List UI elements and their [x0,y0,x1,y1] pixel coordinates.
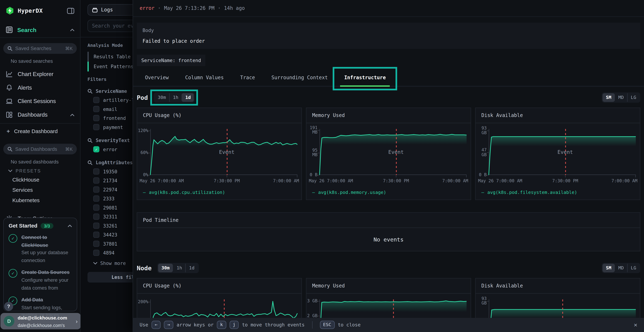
checkbox-icon [93,222,99,228]
chart-title: Memory Used [306,108,471,123]
collapse-sidebar-icon[interactable] [67,8,74,14]
close-icon[interactable]: × [634,321,638,328]
user-org: dale@clickhouse.com's [18,322,65,328]
show-more-button[interactable]: Show more [93,260,132,266]
filter-option[interactable]: 29081 [80,203,133,212]
search-page-icon [6,26,13,33]
help-button[interactable]: ? [4,302,13,311]
range-1h[interactable]: 1h [173,264,185,272]
size-lg[interactable]: LG [627,93,639,102]
tab-overview[interactable]: Overview [137,70,177,86]
user-menu[interactable]: D dale@clickhouse.com dale@clickhouse.co… [0,313,81,329]
range-30m[interactable]: 30m [158,264,173,272]
filter-option[interactable]: 33261 [80,221,133,230]
brand-row: HyperDX [0,0,80,18]
check-circle-icon: ✓ [8,269,17,278]
sidebar-item-search[interactable]: Search [0,22,80,38]
search-icon [88,160,92,165]
no-saved-dashboards-text: No saved dashboards [11,159,70,165]
search-icon [7,147,12,152]
size-sm[interactable]: SM [603,264,615,272]
saved-dashboards-placeholder: Saved Dashboards [15,146,62,152]
filter-option[interactable]: artillery-loadgen [80,96,133,104]
filter-option[interactable]: 37801 [80,240,133,248]
event-relative-time: 14h ago [224,5,245,11]
sidebar-item-label: Search [17,26,36,33]
keyboard-hints-bar: Use ← → arrow keys or k j to move throug… [133,318,644,332]
body-label: Body [142,28,634,33]
filter-option[interactable]: 22974 [80,185,133,194]
event-timestamp: May 26 7:13:26 PM [164,5,214,11]
less-filters-button[interactable]: Less filters [88,272,133,283]
mode-event-patterns[interactable]: Event Patterns [88,62,133,71]
saved-searches-input[interactable]: Saved Searches ⌘K [3,43,77,54]
saved-dashboards-input[interactable]: Saved Dashboards ⌘K [3,144,77,154]
tab-column-values[interactable]: Column Values [177,70,232,86]
chevron-right-icon: › [76,318,78,324]
range-1h[interactable]: 1h [169,93,182,102]
app-root: HyperDX Search Saved Searches ⌘K No save… [0,0,644,332]
pod-disk-chart-card: Disk Available 93 GB47 GB0 BEventMay 26 … [475,108,640,200]
shortcut-hint: ⌘K [65,46,73,51]
presets-toggle[interactable]: PRESETS [0,165,80,174]
event-header: error · May 26 7:13:26 PM · 14h ago [133,0,644,17]
filter-option-checked[interactable]: ✓error [80,145,133,154]
pod-cpu-chart: 120%60%0%EventMay 26 7:00:00 AM7:30:00 P… [150,129,297,175]
sidebar-item-alerts[interactable]: Alerts [0,81,80,94]
sidebar-item-clickhouse[interactable]: ClickHouse [0,174,80,185]
chevron-up-icon[interactable] [68,224,72,227]
source-selector-button[interactable]: Logs [88,4,133,16]
range-1d[interactable]: 1d [185,264,198,272]
pod-timeline-empty: No events [137,228,640,251]
size-md[interactable]: MD [615,264,627,272]
j-key: j [230,321,239,329]
tab-trace[interactable]: Trace [232,70,263,86]
pod-disk-chart: 93 GB47 GB0 BEventMay 26 7:00:00 AM7:30:… [489,129,636,175]
filters-label: Filters [88,77,133,82]
filter-option[interactable]: 21734 [80,176,133,185]
filter-option[interactable]: email [80,105,133,113]
filter-option[interactable]: 32311 [80,212,133,221]
chevron-up-icon [70,28,74,31]
filter-option[interactable]: 2333 [80,194,133,203]
checkbox-icon [93,232,99,238]
sidebar-item-kubernetes[interactable]: Kubernetes [0,195,80,205]
chart-legend: —avg(k8s.pod.cpu.utilization) [137,190,302,200]
filter-group-servicename[interactable]: ServiceName [88,88,133,94]
logs-source-icon [92,7,98,12]
chart-title: Disk Available [476,278,640,294]
tab-infrastructure[interactable]: Infrastructure [336,70,394,86]
esc-key: ESC [320,321,334,329]
range-1d[interactable]: 1d [182,93,194,102]
checkbox-icon [93,214,99,220]
get-started-card: Get Started 3/3 ✓ Connect to ClickHouse … [3,218,77,311]
sidebar-item-chart-explorer[interactable]: Chart Explorer [0,68,80,81]
size-sm[interactable]: SM [603,93,615,102]
filter-option[interactable]: 4894 [80,248,133,257]
mode-results-table[interactable]: Results Table [88,52,133,62]
create-dashboard-button[interactable]: + Create Dashboard [0,124,80,138]
search-icon [88,138,92,143]
sidebar-item-client-sessions[interactable]: Client Sessions [0,94,80,108]
tab-surrounding-context[interactable]: Surrounding Context [263,70,336,86]
filter-option[interactable]: frontend [80,114,133,122]
sidebar-item-dashboards[interactable]: Dashboards [0,108,80,122]
chart-title: CPU Usage (%) [137,278,302,294]
hyperdx-logo-icon [6,6,14,15]
checkbox-icon [93,186,99,192]
node-section-title: Node [137,264,152,272]
divider [80,37,133,38]
filter-group-severitytext[interactable]: SeverityText [88,138,133,143]
filter-option[interactable]: payment [80,123,133,131]
range-30m[interactable]: 30m [154,93,169,102]
event-detail-panel: error · May 26 7:13:26 PM · 14h ago Body… [133,0,644,332]
size-lg[interactable]: LG [627,264,639,272]
service-name-chip[interactable]: ServiceName: frontend [137,54,206,66]
sidebar-item-services[interactable]: Services [0,185,80,195]
event-search-input[interactable]: Search your events... [88,20,133,32]
filter-option[interactable]: 34423 [80,230,133,239]
filter-option[interactable]: 19350 [80,167,133,176]
filter-group-logattributes[interactable]: LogAttributes [88,160,133,166]
pod-timeline-card: Pod Timeline No events [137,212,640,251]
size-md[interactable]: MD [615,93,627,102]
